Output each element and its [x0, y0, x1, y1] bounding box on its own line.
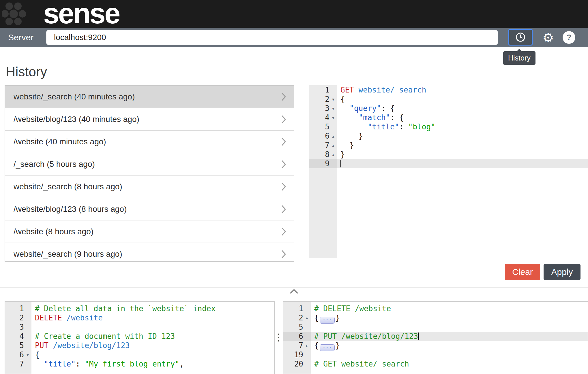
- code-token: }: [336, 313, 340, 322]
- line-number: 7: [19, 359, 24, 369]
- chevron-right-icon: [281, 160, 286, 170]
- line-number: 2: [19, 313, 24, 322]
- editor-line[interactable]: 2▸{···}: [283, 313, 588, 322]
- code-token: website/_search: [359, 86, 426, 94]
- code-token: {: [314, 341, 319, 350]
- fold-open-icon[interactable]: ▾: [329, 95, 337, 104]
- gutter-cell: 6▾: [5, 350, 31, 359]
- editor-line[interactable]: 3: [5, 322, 274, 332]
- code-line: {···}: [311, 313, 588, 322]
- line-number: 9: [325, 159, 329, 168]
- fold-spacer: [303, 322, 311, 332]
- code-token: {: [35, 350, 40, 359]
- line-number: 3: [19, 322, 24, 332]
- editor-line[interactable]: 5PUT /website/blog/123: [5, 341, 274, 350]
- gutter-cell: 1: [309, 85, 337, 95]
- history-item[interactable]: /website (40 minutes ago): [5, 131, 294, 153]
- history-item[interactable]: /website (8 hours ago): [5, 220, 294, 243]
- editor-line[interactable]: 7▴ }: [309, 141, 588, 150]
- gutter-cell: 2: [5, 313, 31, 322]
- code-token: :: [399, 122, 408, 131]
- gutter-cell: 19: [283, 350, 311, 359]
- fold-spacer: [24, 313, 31, 322]
- code-token: "title": [44, 360, 76, 368]
- fold-end-icon[interactable]: ▴: [329, 150, 337, 159]
- editor-line[interactable]: 6▴ }: [309, 131, 588, 141]
- text-cursor: [418, 333, 419, 340]
- code-token: :: [76, 360, 85, 368]
- fold-end-icon[interactable]: ▴: [329, 141, 337, 150]
- settings-gear-icon[interactable]: ⚙: [540, 28, 556, 47]
- fold-open-icon[interactable]: ▾: [329, 113, 337, 122]
- code-line: # GET website/_search: [311, 359, 588, 369]
- chevron-right-icon: [281, 227, 286, 237]
- code-token: DELETE: [35, 313, 67, 322]
- editor-line[interactable]: 5 "title": "blog": [309, 122, 588, 131]
- code-token: # Create a document with ID 123: [35, 332, 175, 341]
- editor-line[interactable]: 1# DELETE /website: [283, 304, 588, 313]
- editor-line[interactable]: 5: [283, 322, 588, 332]
- history-item[interactable]: /_search (5 hours ago): [5, 153, 294, 175]
- editor-line[interactable]: 7 "title": "My first blog entry",: [5, 359, 274, 369]
- history-heading: History: [6, 64, 47, 80]
- panel-divider: [0, 287, 588, 288]
- server-input[interactable]: [46, 30, 498, 45]
- fold-closed-icon[interactable]: ▸: [303, 313, 311, 322]
- history-list: website/_search (40 minutes ago)/website…: [5, 85, 294, 262]
- editor-line[interactable]: 20# GET website/_search: [283, 359, 588, 369]
- history-item-label: website/_search (40 minutes ago): [14, 92, 135, 101]
- code-token: "match": [359, 113, 390, 122]
- fold-open-icon[interactable]: ▾: [329, 104, 337, 113]
- clock-icon: [515, 32, 526, 43]
- top-banner: sense: [0, 0, 588, 28]
- app-logo: sense: [43, 0, 119, 28]
- help-icon[interactable]: ?: [563, 31, 575, 44]
- code-token: }: [340, 132, 363, 140]
- history-item[interactable]: /website/blog/123 (8 hours ago): [5, 198, 294, 220]
- editor-line[interactable]: 19: [283, 350, 588, 359]
- fold-closed-icon[interactable]: ▸: [303, 341, 311, 350]
- code-line: [31, 322, 274, 332]
- editor-line[interactable]: 4# Create a document with ID 123: [5, 332, 274, 341]
- code-line: "title": "My first blog entry",: [31, 359, 274, 369]
- line-number: 4: [325, 113, 329, 122]
- code-token: # GET website/_search: [314, 360, 409, 368]
- line-number: 5: [299, 322, 303, 332]
- gutter-cell: 1: [5, 304, 31, 313]
- apply-history-button[interactable]: Apply: [544, 264, 580, 280]
- code-line: "title": "blog": [337, 122, 588, 131]
- gutter-cell: 20: [283, 359, 311, 369]
- clear-history-button[interactable]: Clear: [505, 264, 540, 280]
- editor-line[interactable]: 8▴}: [309, 150, 588, 159]
- editor-line[interactable]: 7▸{···}: [283, 341, 588, 350]
- fold-end-icon[interactable]: ▴: [329, 131, 337, 141]
- history-item[interactable]: website/_search (9 hours ago): [5, 243, 294, 262]
- history-item[interactable]: /website/blog/123 (40 minutes ago): [5, 108, 294, 131]
- code-line: {: [337, 95, 588, 104]
- chevron-right-icon: [281, 250, 286, 260]
- request-editor: 1# Delete all data in the `website` inde…: [5, 301, 275, 374]
- editor-line[interactable]: 3▾ "query": {: [309, 104, 588, 113]
- line-number: 20: [294, 359, 303, 369]
- editor-line[interactable]: 9: [309, 159, 588, 168]
- panel-splitter-handle[interactable]: ⋮: [274, 301, 283, 374]
- collapse-chevron-up-icon[interactable]: [289, 288, 299, 294]
- code-token: {: [340, 95, 345, 103]
- gutter-cell: 3: [5, 322, 31, 332]
- editor-line[interactable]: 6# PUT /website/blog/123: [283, 332, 588, 341]
- editor-line[interactable]: 6▾{: [5, 350, 274, 359]
- code-token: "title": [368, 122, 399, 131]
- editor-line[interactable]: 2DELETE /website: [5, 313, 274, 322]
- history-button[interactable]: [508, 29, 533, 46]
- editor-line[interactable]: 1GET website/_search: [309, 85, 588, 95]
- fold-spacer: [303, 350, 311, 359]
- fold-open-icon[interactable]: ▾: [24, 350, 31, 359]
- code-token: /website: [67, 313, 103, 322]
- history-item[interactable]: website/_search (40 minutes ago): [5, 86, 294, 108]
- history-item[interactable]: website/_search (8 hours ago): [5, 175, 294, 198]
- editor-line[interactable]: 2▾{: [309, 95, 588, 104]
- gutter-cell: 8▴: [309, 150, 337, 159]
- editor-line[interactable]: 1# Delete all data in the `website` inde…: [5, 304, 274, 313]
- gutter-cell: 3▾: [309, 104, 337, 113]
- editor-line[interactable]: 4▾ "match": {: [309, 113, 588, 122]
